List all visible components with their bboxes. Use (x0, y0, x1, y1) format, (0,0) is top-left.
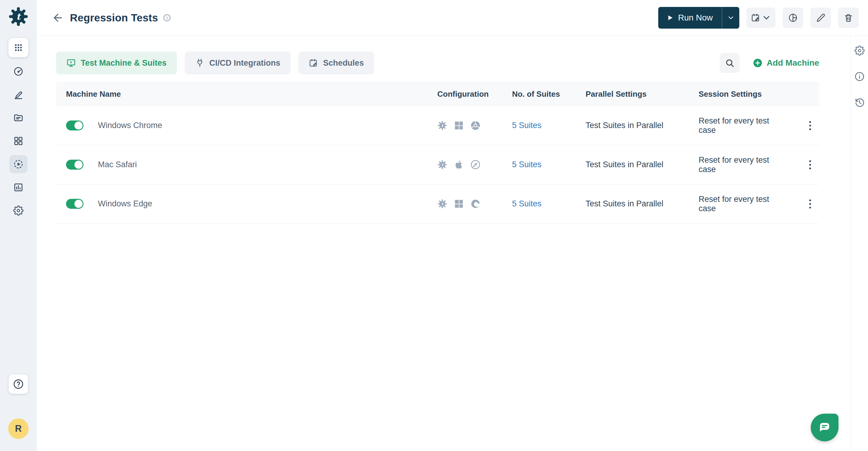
run-now-dropdown-button[interactable] (722, 7, 739, 29)
sidebar-item-test-data[interactable] (9, 109, 27, 127)
avatar-initial: R (15, 423, 22, 434)
col-machine-name: Machine Name (56, 90, 427, 99)
search-icon (724, 58, 735, 68)
run-now-label: Run Now (678, 13, 713, 23)
title-info-icon[interactable] (163, 13, 171, 22)
left-sidebar: t (0, 0, 37, 451)
machines-table: Machine Name Configuration No. of Suites… (56, 82, 819, 224)
machine-name: Windows Edge (98, 199, 152, 208)
filter-row: Test Machine & Suites CI/CD Integrations… (56, 52, 819, 74)
parallel-settings-value: Test Suites in Parallel (576, 160, 689, 169)
search-button[interactable] (720, 53, 740, 73)
parallel-settings-value: Test Suites in Parallel (576, 199, 689, 208)
chrome-icon (470, 121, 480, 130)
row-menu-button[interactable] (804, 196, 816, 212)
rail-history-button[interactable] (853, 94, 866, 111)
rail-info-button[interactable] (853, 68, 866, 85)
info-icon (854, 71, 865, 82)
sidebar-item-settings[interactable] (9, 201, 27, 220)
session-settings-value: Reset for every test case (689, 195, 788, 213)
configuration-icons: t (427, 160, 502, 170)
row-menu-button[interactable] (804, 118, 816, 133)
testsigma-agent-icon: t (437, 121, 447, 130)
delete-button[interactable] (838, 7, 859, 28)
grid-dots-icon (13, 42, 24, 53)
chat-bubble-icon (818, 421, 832, 434)
tab-schedules[interactable]: Schedules (299, 52, 374, 74)
folder-icon (13, 113, 24, 123)
run-now-button[interactable]: Run Now (658, 7, 722, 29)
info-icon (163, 13, 171, 22)
chat-widget-button[interactable] (811, 414, 838, 441)
history-icon (854, 97, 865, 108)
col-session-settings: Session Settings (689, 90, 788, 99)
monitor-play-icon (66, 58, 76, 68)
windows-icon (454, 199, 464, 209)
back-button[interactable] (51, 11, 64, 24)
grid-squares-icon (13, 136, 24, 146)
machine-name: Windows Chrome (98, 121, 162, 130)
sidebar-item-elements[interactable] (9, 132, 27, 150)
play-icon (667, 14, 673, 21)
table-row: Windows Chrome (56, 106, 819, 145)
tab-test-machine-and-suites[interactable]: Test Machine & Suites (56, 52, 177, 74)
add-machine-label: Add Machine (767, 58, 819, 68)
sidebar-item-apps-menu[interactable] (8, 38, 28, 57)
testsigma-agent-icon: t (437, 160, 447, 170)
header-actions: Run Now (658, 7, 859, 29)
pencil-underline-icon (13, 90, 24, 100)
tab-label: Schedules (323, 59, 364, 68)
testsigma-logo-icon: t (8, 7, 28, 27)
apple-icon (454, 160, 464, 170)
tab-cicd-integrations[interactable]: CI/CD Integrations (185, 52, 291, 74)
filter-actions: Add Machine (720, 53, 819, 73)
machine-enabled-toggle[interactable] (66, 121, 84, 130)
windows-icon (454, 121, 464, 130)
machine-enabled-toggle[interactable] (66, 199, 84, 209)
testsigma-agent-icon: t (437, 199, 447, 209)
schedule-dropdown-button[interactable] (747, 7, 775, 28)
sidebar-item-test-runs[interactable] (9, 155, 27, 173)
chevron-down-icon (727, 14, 735, 22)
safari-icon (470, 160, 480, 170)
gear-icon (855, 45, 865, 56)
suites-link[interactable]: 5 Suites (512, 199, 541, 208)
help-icon (13, 378, 24, 390)
help-button[interactable] (9, 375, 28, 394)
machine-enabled-toggle[interactable] (66, 160, 84, 170)
rail-settings-button[interactable] (853, 42, 866, 59)
page-title: Regression Tests (70, 12, 158, 24)
arrow-left-icon (52, 12, 64, 24)
edit-button[interactable] (810, 7, 831, 28)
bar-chart-icon (13, 182, 24, 193)
col-no-of-suites: No. of Suites (502, 90, 576, 99)
delete-icon (844, 13, 853, 23)
main-content: Test Machine & Suites CI/CD Integrations… (37, 36, 850, 451)
tab-label: CI/CD Integrations (210, 59, 281, 68)
run-play-icon (13, 159, 24, 169)
session-settings-value: Reset for every test case (689, 156, 788, 174)
col-configuration: Configuration (427, 90, 502, 99)
gear-icon (13, 205, 24, 216)
pie-chart-button[interactable] (783, 7, 803, 28)
edge-icon (470, 199, 480, 209)
suites-link[interactable]: 5 Suites (512, 160, 541, 169)
table-header-row: Machine Name Configuration No. of Suites… (56, 82, 819, 106)
row-menu-button[interactable] (804, 157, 816, 172)
add-machine-button[interactable]: Add Machine (753, 58, 819, 68)
calendar-edit-icon (309, 58, 318, 68)
sidebar-item-dashboard[interactable] (9, 62, 27, 80)
sidebar-item-reports[interactable] (9, 179, 27, 196)
calendar-edit-icon (751, 13, 761, 23)
run-now-split-button: Run Now (658, 7, 739, 29)
plus-circle-icon (753, 58, 763, 68)
plug-icon (195, 58, 205, 68)
suites-link[interactable]: 5 Suites (512, 121, 541, 130)
user-avatar[interactable]: R (8, 418, 29, 439)
tab-label: Test Machine & Suites (81, 59, 167, 68)
sidebar-item-create-tests[interactable] (9, 86, 27, 104)
chevron-down-icon (762, 13, 771, 23)
session-settings-value: Reset for every test case (689, 116, 788, 135)
app-window: t (0, 0, 868, 451)
parallel-settings-value: Test Suites in Parallel (576, 121, 689, 130)
